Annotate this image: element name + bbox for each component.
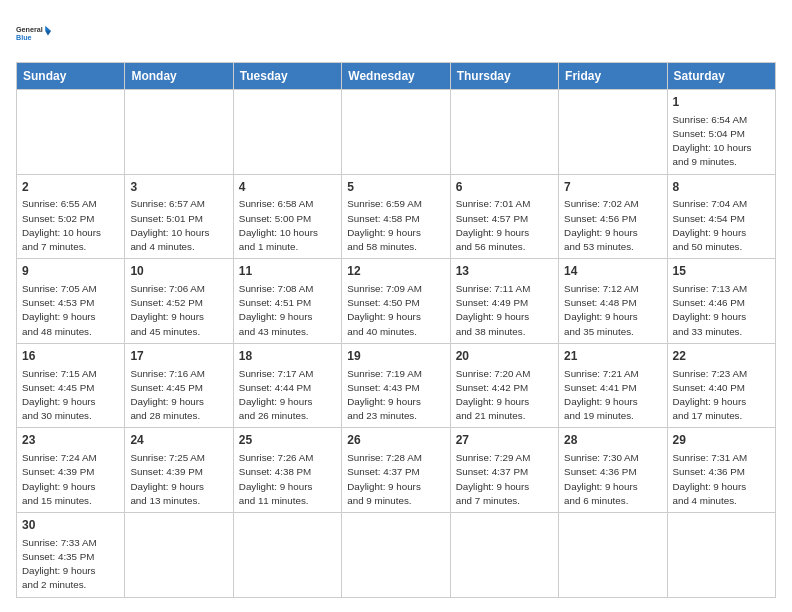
day-cell: 28Sunrise: 7:30 AM Sunset: 4:36 PM Dayli… (559, 428, 667, 513)
day-cell: 13Sunrise: 7:11 AM Sunset: 4:49 PM Dayli… (450, 259, 558, 344)
day-cell: 25Sunrise: 7:26 AM Sunset: 4:38 PM Dayli… (233, 428, 341, 513)
day-number: 9 (22, 263, 119, 280)
day-cell: 4Sunrise: 6:58 AM Sunset: 5:00 PM Daylig… (233, 174, 341, 259)
day-info: Sunrise: 6:59 AM Sunset: 4:58 PM Dayligh… (347, 197, 444, 254)
day-cell (450, 90, 558, 175)
day-cell (342, 90, 450, 175)
day-cell: 17Sunrise: 7:16 AM Sunset: 4:45 PM Dayli… (125, 343, 233, 428)
day-info: Sunrise: 7:26 AM Sunset: 4:38 PM Dayligh… (239, 451, 336, 508)
logo-icon: GeneralBlue (16, 16, 52, 52)
weekday-header-row: SundayMondayTuesdayWednesdayThursdayFrid… (17, 63, 776, 90)
svg-text:General: General (16, 25, 43, 34)
day-cell: 8Sunrise: 7:04 AM Sunset: 4:54 PM Daylig… (667, 174, 775, 259)
day-number: 23 (22, 432, 119, 449)
day-cell: 6Sunrise: 7:01 AM Sunset: 4:57 PM Daylig… (450, 174, 558, 259)
weekday-header-friday: Friday (559, 63, 667, 90)
day-number: 19 (347, 348, 444, 365)
day-number: 3 (130, 179, 227, 196)
day-cell: 21Sunrise: 7:21 AM Sunset: 4:41 PM Dayli… (559, 343, 667, 428)
day-number: 22 (673, 348, 770, 365)
day-cell: 22Sunrise: 7:23 AM Sunset: 4:40 PM Dayli… (667, 343, 775, 428)
day-info: Sunrise: 7:29 AM Sunset: 4:37 PM Dayligh… (456, 451, 553, 508)
day-cell (233, 513, 341, 598)
day-number: 15 (673, 263, 770, 280)
day-cell: 12Sunrise: 7:09 AM Sunset: 4:50 PM Dayli… (342, 259, 450, 344)
day-number: 12 (347, 263, 444, 280)
day-info: Sunrise: 7:23 AM Sunset: 4:40 PM Dayligh… (673, 367, 770, 424)
day-cell (233, 90, 341, 175)
day-info: Sunrise: 7:08 AM Sunset: 4:51 PM Dayligh… (239, 282, 336, 339)
week-row-2: 2Sunrise: 6:55 AM Sunset: 5:02 PM Daylig… (17, 174, 776, 259)
week-row-5: 23Sunrise: 7:24 AM Sunset: 4:39 PM Dayli… (17, 428, 776, 513)
svg-text:Blue: Blue (16, 33, 32, 42)
day-cell: 10Sunrise: 7:06 AM Sunset: 4:52 PM Dayli… (125, 259, 233, 344)
day-info: Sunrise: 6:57 AM Sunset: 5:01 PM Dayligh… (130, 197, 227, 254)
day-info: Sunrise: 7:30 AM Sunset: 4:36 PM Dayligh… (564, 451, 661, 508)
day-cell (342, 513, 450, 598)
weekday-header-saturday: Saturday (667, 63, 775, 90)
day-cell: 15Sunrise: 7:13 AM Sunset: 4:46 PM Dayli… (667, 259, 775, 344)
day-number: 6 (456, 179, 553, 196)
day-number: 13 (456, 263, 553, 280)
day-info: Sunrise: 7:12 AM Sunset: 4:48 PM Dayligh… (564, 282, 661, 339)
day-number: 28 (564, 432, 661, 449)
day-number: 25 (239, 432, 336, 449)
day-info: Sunrise: 7:05 AM Sunset: 4:53 PM Dayligh… (22, 282, 119, 339)
day-number: 24 (130, 432, 227, 449)
day-cell: 27Sunrise: 7:29 AM Sunset: 4:37 PM Dayli… (450, 428, 558, 513)
day-cell (559, 513, 667, 598)
day-cell: 1Sunrise: 6:54 AM Sunset: 5:04 PM Daylig… (667, 90, 775, 175)
day-cell: 19Sunrise: 7:19 AM Sunset: 4:43 PM Dayli… (342, 343, 450, 428)
day-number: 26 (347, 432, 444, 449)
day-info: Sunrise: 6:54 AM Sunset: 5:04 PM Dayligh… (673, 113, 770, 170)
day-number: 30 (22, 517, 119, 534)
day-info: Sunrise: 7:11 AM Sunset: 4:49 PM Dayligh… (456, 282, 553, 339)
week-row-6: 30Sunrise: 7:33 AM Sunset: 4:35 PM Dayli… (17, 513, 776, 598)
day-number: 2 (22, 179, 119, 196)
day-cell: 30Sunrise: 7:33 AM Sunset: 4:35 PM Dayli… (17, 513, 125, 598)
day-info: Sunrise: 6:58 AM Sunset: 5:00 PM Dayligh… (239, 197, 336, 254)
day-info: Sunrise: 7:19 AM Sunset: 4:43 PM Dayligh… (347, 367, 444, 424)
day-info: Sunrise: 7:28 AM Sunset: 4:37 PM Dayligh… (347, 451, 444, 508)
day-info: Sunrise: 7:13 AM Sunset: 4:46 PM Dayligh… (673, 282, 770, 339)
day-cell: 11Sunrise: 7:08 AM Sunset: 4:51 PM Dayli… (233, 259, 341, 344)
day-info: Sunrise: 7:31 AM Sunset: 4:36 PM Dayligh… (673, 451, 770, 508)
week-row-3: 9Sunrise: 7:05 AM Sunset: 4:53 PM Daylig… (17, 259, 776, 344)
day-cell (125, 90, 233, 175)
svg-marker-2 (45, 26, 51, 31)
day-number: 17 (130, 348, 227, 365)
day-info: Sunrise: 7:16 AM Sunset: 4:45 PM Dayligh… (130, 367, 227, 424)
day-number: 27 (456, 432, 553, 449)
day-number: 29 (673, 432, 770, 449)
week-row-4: 16Sunrise: 7:15 AM Sunset: 4:45 PM Dayli… (17, 343, 776, 428)
day-cell: 24Sunrise: 7:25 AM Sunset: 4:39 PM Dayli… (125, 428, 233, 513)
svg-marker-3 (45, 31, 51, 36)
day-cell: 2Sunrise: 6:55 AM Sunset: 5:02 PM Daylig… (17, 174, 125, 259)
weekday-header-sunday: Sunday (17, 63, 125, 90)
weekday-header-monday: Monday (125, 63, 233, 90)
day-number: 14 (564, 263, 661, 280)
day-info: Sunrise: 7:33 AM Sunset: 4:35 PM Dayligh… (22, 536, 119, 593)
day-cell: 14Sunrise: 7:12 AM Sunset: 4:48 PM Dayli… (559, 259, 667, 344)
day-cell: 9Sunrise: 7:05 AM Sunset: 4:53 PM Daylig… (17, 259, 125, 344)
day-cell (559, 90, 667, 175)
day-info: Sunrise: 7:02 AM Sunset: 4:56 PM Dayligh… (564, 197, 661, 254)
day-info: Sunrise: 6:55 AM Sunset: 5:02 PM Dayligh… (22, 197, 119, 254)
day-number: 4 (239, 179, 336, 196)
day-number: 5 (347, 179, 444, 196)
day-number: 20 (456, 348, 553, 365)
day-number: 1 (673, 94, 770, 111)
day-info: Sunrise: 7:21 AM Sunset: 4:41 PM Dayligh… (564, 367, 661, 424)
weekday-header-tuesday: Tuesday (233, 63, 341, 90)
day-number: 8 (673, 179, 770, 196)
day-number: 18 (239, 348, 336, 365)
header: GeneralBlue (16, 16, 776, 52)
day-cell (667, 513, 775, 598)
day-number: 7 (564, 179, 661, 196)
week-row-1: 1Sunrise: 6:54 AM Sunset: 5:04 PM Daylig… (17, 90, 776, 175)
day-cell: 7Sunrise: 7:02 AM Sunset: 4:56 PM Daylig… (559, 174, 667, 259)
day-number: 21 (564, 348, 661, 365)
day-info: Sunrise: 7:06 AM Sunset: 4:52 PM Dayligh… (130, 282, 227, 339)
weekday-header-wednesday: Wednesday (342, 63, 450, 90)
day-cell: 18Sunrise: 7:17 AM Sunset: 4:44 PM Dayli… (233, 343, 341, 428)
